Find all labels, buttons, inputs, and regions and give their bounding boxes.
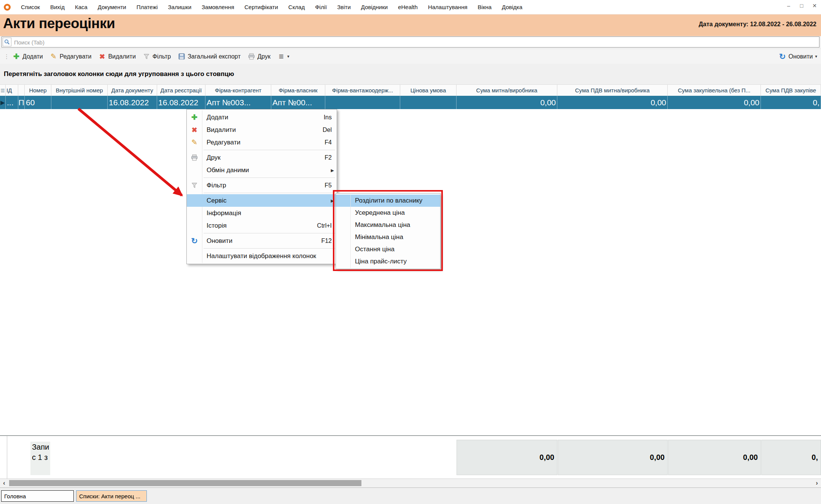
menu-separator bbox=[204, 248, 335, 249]
print-button[interactable]: Друк bbox=[248, 53, 271, 60]
column-header-firma-kontragent[interactable]: Фірма-контрагент bbox=[205, 85, 271, 96]
filter-button[interactable]: Фільтр bbox=[143, 53, 171, 60]
shortcut-label: F12 bbox=[321, 238, 337, 244]
add-button[interactable]: ✚ Додати bbox=[13, 53, 43, 60]
close-button[interactable]: ✕ bbox=[811, 3, 818, 9]
summary-divider bbox=[7, 436, 7, 479]
column-header-vnutrishnii-nomer[interactable]: Внутрішній номер bbox=[51, 85, 108, 96]
context-item-filtr[interactable]: Фільтр F5 bbox=[187, 179, 337, 192]
cell-vnutrishnii-nomer[interactable] bbox=[51, 96, 108, 109]
cell-firma-kontragent[interactable]: Апт №003... bbox=[205, 96, 271, 109]
columns-list-button[interactable]: ≣ ▾ bbox=[277, 53, 290, 60]
search-icon[interactable] bbox=[3, 38, 11, 46]
menu-dovidka[interactable]: Довідка bbox=[502, 4, 522, 10]
column-header-suma-pdv-mytna[interactable]: Сума ПДВ митна/виробника bbox=[557, 85, 668, 96]
column-header-suma-mytna[interactable]: Сума митна/виробника bbox=[457, 85, 557, 96]
column-header-tsinova-umova[interactable]: Цінова умова bbox=[400, 85, 457, 96]
scroll-right-icon[interactable]: › bbox=[816, 479, 818, 487]
menu-dokumenty[interactable]: Документи bbox=[98, 4, 126, 10]
submenu-item-tsina-prais-lystu[interactable]: Ціна прайс-листу bbox=[336, 255, 440, 268]
record-count-label: Запис 1 з bbox=[30, 442, 50, 475]
menu-spysok[interactable]: Список bbox=[21, 4, 40, 10]
group-by-hint: Перетягніть заголовок колонки сюди для у… bbox=[0, 64, 821, 84]
scrollbar-thumb[interactable] bbox=[9, 480, 361, 486]
summary-band: Запис 1 з 0,00 0,00 0,00 0, bbox=[0, 435, 821, 478]
taskbar-button-home[interactable]: Головна bbox=[1, 490, 74, 502]
delete-button-label: Видалити bbox=[108, 53, 135, 60]
shortcut-label: Del bbox=[323, 127, 337, 133]
menu-zalyshky[interactable]: Залишки bbox=[168, 4, 192, 10]
context-item-obmin-danymy[interactable]: Обмін даними ▶ bbox=[187, 164, 337, 176]
filter-button-label: Фільтр bbox=[153, 53, 171, 60]
submenu-item-useredena-tsina[interactable]: Усереднена ціна bbox=[336, 207, 440, 219]
menu-filii[interactable]: Філії bbox=[315, 4, 327, 10]
add-button-label: Додати bbox=[22, 53, 43, 60]
submenu-item-minimalna-tsina[interactable]: Мінімальна ціна bbox=[336, 231, 440, 243]
column-header-firma-vlasnyk[interactable]: Фірма-власник bbox=[271, 85, 325, 96]
plus-icon: ✚ bbox=[13, 53, 20, 60]
menu-dovidnyky[interactable]: Довідники bbox=[361, 4, 388, 10]
horizontal-scrollbar[interactable]: ‹ › bbox=[0, 479, 821, 488]
export-button[interactable]: Загальний експорт bbox=[178, 53, 240, 60]
column-header-data-reiestratsii[interactable]: Дата реєстрації bbox=[157, 85, 205, 96]
menu-zamovlennia[interactable]: Замовлення bbox=[202, 4, 234, 10]
context-item-druk[interactable]: Друк F2 bbox=[187, 151, 337, 164]
cell-data-dokumentu[interactable]: 16.08.2022 bbox=[108, 96, 157, 109]
cell-firma-vantazhooderzh[interactable] bbox=[325, 96, 400, 109]
cell-suma-zakupivelna[interactable]: 0,00 bbox=[668, 96, 761, 109]
context-item-informatsiia[interactable]: Інформація bbox=[187, 207, 337, 219]
context-item-label: Сервіс bbox=[207, 197, 227, 204]
refresh-button-label: Оновити bbox=[789, 53, 813, 60]
context-item-servis[interactable]: Сервіс ▶ bbox=[187, 194, 337, 207]
column-header-suma-zakupivelna[interactable]: Сума закупівельна (без П... bbox=[668, 85, 761, 96]
edit-button[interactable]: ✎ Редагувати bbox=[50, 53, 92, 60]
column-header-nomer[interactable]: Номер bbox=[25, 85, 51, 96]
cell-id[interactable]: ... bbox=[6, 96, 18, 109]
context-item-dodaty[interactable]: ✚ Додати Ins bbox=[187, 111, 337, 124]
search-box[interactable] bbox=[2, 36, 819, 48]
column-header-suma-pdv-zakupivelna[interactable]: Сума ПДВ закупіве bbox=[761, 85, 821, 96]
submenu-item-ostannia-tsina[interactable]: Остання ціна bbox=[336, 243, 440, 255]
context-item-onovyty[interactable]: ↻ Оновити F12 bbox=[187, 235, 337, 247]
menu-zvity[interactable]: Звіти bbox=[337, 4, 351, 10]
menu-nalashtuvannia[interactable]: Налаштування bbox=[428, 4, 468, 10]
refresh-button[interactable]: ↻ Оновити ▾ bbox=[779, 53, 817, 60]
table-row[interactable]: ▶ ... П 60 16.08.2022 16.08.2022 Апт №00… bbox=[0, 96, 821, 109]
restore-button[interactable]: □ bbox=[798, 3, 805, 9]
submenu-item-rozdilyty-po-vlasnyku[interactable]: Розділити по власнику bbox=[336, 195, 440, 207]
search-input[interactable] bbox=[13, 37, 814, 48]
cell-type[interactable]: П bbox=[18, 96, 25, 109]
menu-sertyfikaty[interactable]: Сертифікати bbox=[245, 4, 278, 10]
cell-suma-mytna[interactable]: 0,00 bbox=[457, 96, 557, 109]
cell-data-reiestratsii[interactable]: 16.08.2022 bbox=[157, 96, 205, 109]
scroll-left-icon[interactable]: ‹ bbox=[3, 479, 5, 487]
context-item-istoriia[interactable]: Історія Ctrl+I bbox=[187, 219, 337, 232]
minimize-button[interactable]: – bbox=[785, 3, 792, 9]
menu-vikna[interactable]: Вікна bbox=[478, 4, 492, 10]
column-header-type[interactable] bbox=[18, 85, 25, 96]
shortcut-label: Ins bbox=[324, 114, 337, 121]
menu-sklad[interactable]: Склад bbox=[288, 4, 305, 10]
menu-separator bbox=[204, 193, 335, 193]
context-item-nalashtuvaty-kolonky[interactable]: Налаштувати відображення колонок bbox=[187, 250, 337, 262]
cell-nomer[interactable]: 60 bbox=[25, 96, 51, 109]
menu-ehealth[interactable]: eHealth bbox=[398, 4, 418, 10]
column-header-firma-vantazhooderzh[interactable]: Фірма-вантажоодерж... bbox=[325, 85, 400, 96]
context-item-vydalyty[interactable]: ✖ Видалити Del bbox=[187, 124, 337, 136]
cell-firma-vlasnyk[interactable]: Апт №00... bbox=[271, 96, 325, 109]
column-header-id[interactable]: ІД bbox=[6, 85, 18, 96]
context-item-label: Налаштувати відображення колонок bbox=[207, 252, 316, 260]
menu-vykhid[interactable]: Вихід bbox=[50, 4, 65, 10]
context-item-redaguvaty[interactable]: ✎ Редагувати F4 bbox=[187, 136, 337, 149]
cell-suma-pdv-zakupivelna[interactable]: 0, bbox=[761, 96, 821, 109]
cell-suma-pdv-mytna[interactable]: 0,00 bbox=[557, 96, 668, 109]
menu-platezhi[interactable]: Платежі bbox=[137, 4, 158, 10]
cell-tsinova-umova[interactable] bbox=[400, 96, 457, 109]
pencil-icon: ✎ bbox=[50, 53, 57, 60]
taskbar-button-active-list[interactable]: Списки: Акти переоц ... bbox=[76, 490, 147, 502]
submenu-item-maksymalna-tsina[interactable]: Максимальна ціна bbox=[336, 219, 440, 231]
delete-button[interactable]: ✖ Видалити bbox=[98, 53, 135, 60]
column-header-data-dokumentu[interactable]: Дата документу bbox=[108, 85, 157, 96]
menu-kasa[interactable]: Каса bbox=[75, 4, 88, 10]
menu-separator bbox=[204, 150, 335, 150]
